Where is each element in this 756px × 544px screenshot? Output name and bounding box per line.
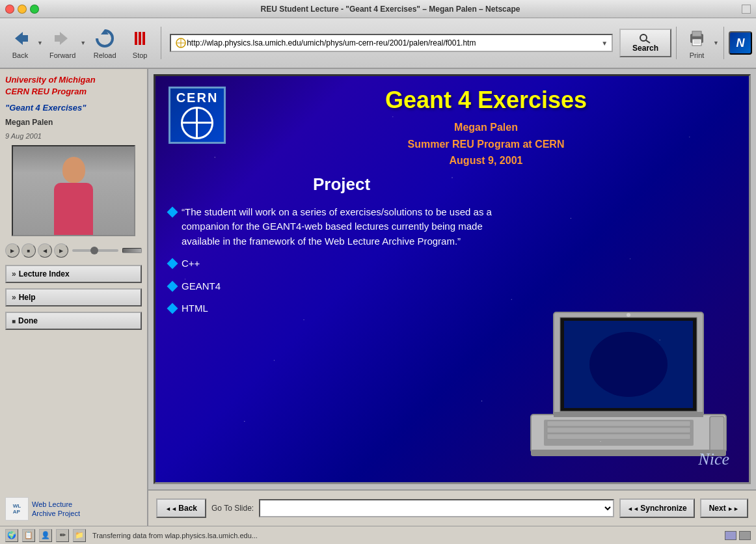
bullet-text-3: GEANT4 [182,279,221,294]
print-group[interactable]: Print ▼ [681,25,719,61]
reload-label: Reload [94,51,116,59]
address-bar[interactable]: ▼ [170,34,613,52]
done-button[interactable]: Done [5,312,142,330]
bullet-diamond-3 [167,280,178,292]
window-title: REU Student Lecture - "Geant 4 Exercises… [39,5,742,14]
print-icon [685,27,709,50]
toolbar-separator-2 [676,27,677,59]
sidebar-date: 9 Aug 2001 [5,132,142,140]
wlap-text: Web Lecture Archive Project [32,500,80,519]
search-button[interactable]: Search [619,29,671,57]
slide-main-title: Geant 4 Exercises [236,87,736,114]
resize-icon[interactable] [742,5,751,14]
minimize-button[interactable] [18,5,27,14]
back-button[interactable]: Back [4,25,36,61]
stop-label: Stop [133,51,148,59]
nav-next-button[interactable]: Next [700,498,748,518]
cern-logo-inner: CERN [176,90,219,141]
status-icon-1[interactable]: 🌍 [5,529,18,542]
close-button[interactable] [5,5,14,14]
rewind-button[interactable]: ◀ [38,243,52,258]
status-icon-2[interactable]: 📋 [22,529,35,542]
status-icon-5[interactable]: 📁 [73,529,86,542]
svg-rect-28 [710,416,724,452]
bullet-diamond-4 [167,303,178,314]
sidebar-lecture-title: "Geant 4 Exercises" [5,103,142,113]
stop-button[interactable]: Stop [124,25,156,61]
fast-forward-button[interactable]: ▶ [54,243,68,258]
svg-rect-25 [547,421,690,426]
cern-text: CERN [176,90,219,105]
stop-icon [128,27,152,50]
wlap-icon: WLAP [5,497,29,521]
svg-marker-0 [15,32,23,45]
cern-logo: CERN [169,87,226,144]
svg-point-21 [589,332,668,397]
subtitle-line2: Summer REU Program at CERN [236,136,736,153]
sync-button[interactable]: Synchronize [619,498,695,518]
svg-line-12 [646,40,650,43]
volume-slider[interactable] [122,248,142,253]
back-group[interactable]: Back ▼ [4,25,43,61]
netscape-logo[interactable]: N [729,31,752,55]
search-icon [639,33,652,44]
print-button[interactable]: Print [681,25,712,61]
slide-bullet-2: C++ [169,256,515,271]
search-label: Search [632,44,658,53]
svg-point-30 [627,313,630,317]
bullet-diamond-2 [167,258,178,269]
status-icon-3[interactable]: 👤 [39,529,52,542]
video-controls: ▶ ■ ◀ ▶ [5,241,142,260]
goto-label: Go To Slide: [211,504,254,513]
slide-content: Project “The student will work on a seri… [155,174,749,482]
bullet-text-1: “The student will work on a series of ex… [182,205,515,249]
slide-frame: CERN Geant 4 Exercises Megan Palen Summe… [154,74,751,484]
cern-circle [181,107,213,139]
nav-back-button[interactable]: Back [156,498,206,518]
bullet-text-2: C++ [182,256,200,271]
maximize-button[interactable] [30,5,39,14]
print-dropdown-icon[interactable]: ▼ [713,40,719,46]
slide-text-col: Project “The student will work on a seri… [169,174,515,472]
status-icons: 🌍 📋 👤 ✏ 📁 [5,529,86,542]
address-dropdown-icon[interactable]: ▼ [601,40,608,47]
status-icon-4[interactable]: ✏ [56,529,69,542]
svg-rect-7 [142,32,145,45]
bullet-text-4: HTML [182,301,208,316]
forward-group[interactable]: Forward ▼ [46,25,86,61]
seek-thumb[interactable] [90,247,98,254]
bottom-nav: Back Go To Slide: Synchronize Next [148,489,756,526]
person-body [54,183,93,235]
forward-dropdown-icon[interactable]: ▼ [80,40,86,46]
back-dropdown-icon[interactable]: ▼ [37,40,43,46]
svg-rect-14 [692,31,701,36]
forward-icon [51,27,74,50]
university-line2: CERN REU Program [5,86,142,98]
forward-button[interactable]: Forward [46,25,79,61]
reload-button[interactable]: Reload [88,25,121,61]
status-network-icon [739,531,751,540]
goto-select[interactable] [259,499,614,517]
person-figure [54,157,93,235]
reload-icon [93,27,116,50]
window-controls[interactable] [5,5,39,14]
status-right [725,531,751,540]
stop-video-button[interactable]: ■ [21,243,36,258]
video-frame [12,145,135,236]
svg-point-11 [640,34,647,41]
svg-rect-5 [135,32,137,45]
slide-section-title: Project [169,174,515,195]
address-input[interactable] [187,38,601,48]
video-person [13,146,134,235]
address-icon [175,37,187,49]
lecture-index-button[interactable]: Lecture Index [5,265,142,283]
help-button[interactable]: Help [5,288,142,306]
play-button[interactable]: ▶ [5,243,20,258]
laptop-illustration [528,309,729,459]
toolbar-separator [161,27,161,59]
wlap-line1: Web Lecture [32,500,80,509]
print-label: Print [690,51,705,59]
slide-bullet-3: GEANT4 [169,279,515,294]
svg-rect-15 [692,39,701,46]
seek-slider[interactable] [72,249,118,252]
